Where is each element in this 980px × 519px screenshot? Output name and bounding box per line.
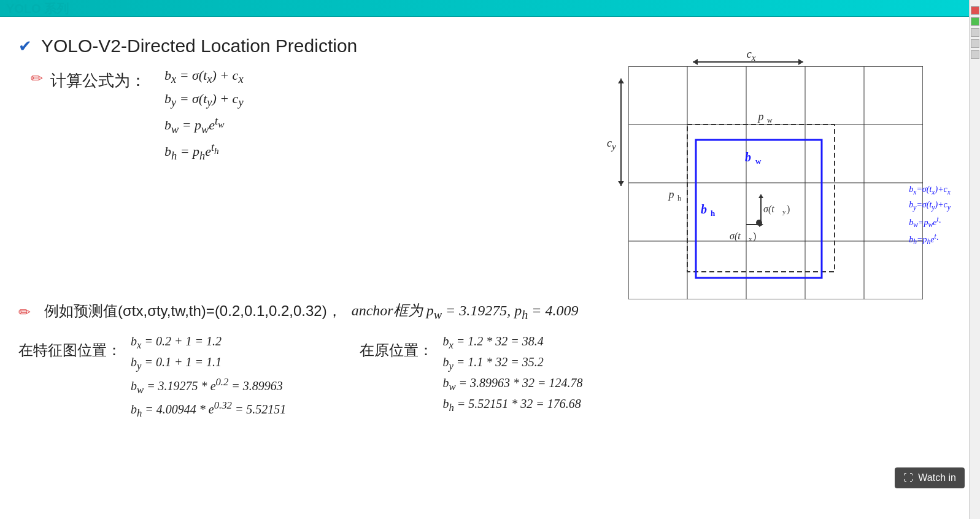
original-bh: bh = 5.52151 * 32 = 176.68 [442,397,582,414]
cy-arrow [620,79,622,186]
formula-bx: bx = σ(tx) + cx [164,67,244,86]
original-by: by = 1.1 * 32 = 35.2 [442,355,582,372]
feature-by: by = 0.1 + 1 = 1.1 [131,355,286,372]
formula-bh: bh = pheth [164,141,244,163]
svg-text:σ(t: σ(t [730,231,741,242]
cy-label: cy [607,137,616,152]
sidebar-btn-3[interactable] [971,28,979,37]
right-sidebar [969,0,980,519]
calc-feature-block: 在特征图位置： bx = 0.2 + 1 = 1.2 by = 0.1 + 1 … [18,334,286,420]
anchor-formula: anchor框为 pw = 3.19275, ph = 4.009 [348,301,579,322]
main-content: ✔ YOLO-V2-Directed Location Prediction ✏… [0,17,969,519]
feature-formulas: bx = 0.2 + 1 = 1.2 by = 0.1 + 1 = 1.1 bw… [131,334,286,420]
cx-arrow [693,61,803,63]
annot-by: by=σ(ty)+cy [909,198,951,213]
formula-label: 计算公式为： [50,70,146,91]
sidebar-btn-1[interactable] [971,6,979,15]
original-formulas: bx = 1.2 * 32 = 38.4 by = 1.1 * 32 = 35.… [442,334,582,414]
formula-block: bx = σ(tx) + cx by = σ(ty) + cy bw = pwe… [164,67,244,162]
annot-bh: bh=phet· [909,231,951,248]
watch-in-label: Watch in [918,472,956,483]
annot-bx: bx=σ(tx)+cx [909,183,951,198]
svg-text:b: b [701,202,707,216]
original-bx: bx = 1.2 * 32 = 38.4 [442,334,582,352]
example-text: 例如预测值(σtx,σty,tw,th)=(0.2,0.1,0.2,0.32)， [44,301,342,321]
pencil-icon-1: ✏ [31,70,43,87]
cx-label: cx [702,48,800,63]
heading-text: YOLO-V2-Directed Location Prediction [41,36,357,56]
feature-bh: bh = 4.00944 * e0.32 = 5.52151 [131,399,286,420]
formula-by: by = σ(ty) + cy [164,91,244,109]
pencil-icon-2: ✏ [18,304,31,321]
svg-text:h: h [677,194,681,202]
original-bw: bw = 3.89963 * 32 = 124.78 [442,376,582,393]
svg-text:p: p [668,188,674,201]
svg-text:b: b [745,150,751,164]
sidebar-btn-4[interactable] [971,39,979,48]
title-area: YOLO 系列 [0,0,75,17]
example-line: ✏ 例如预测值(σtx,σty,tw,th)=(0.2,0.1,0.2,0.32… [18,301,951,322]
svg-text:p: p [757,110,764,123]
diagram-area: cx cy p w [607,42,951,318]
svg-text:σ(t: σ(t [763,204,774,215]
diagram-annotations: bx=σ(tx)+cx by=σ(ty)+cy bw=pwet· bh=phet… [909,183,951,248]
svg-text:y: y [782,208,786,215]
feature-bx: bx = 0.2 + 1 = 1.2 [131,334,286,352]
page-title: YOLO 系列 [6,1,69,17]
feature-label: 在特征图位置： [18,340,122,360]
svg-marker-28 [758,194,763,198]
feature-bw: bw = 3.19275 * e0.2 = 3.89963 [131,376,286,396]
svg-text:): ) [787,204,790,215]
top-bar: YOLO 系列 [0,0,980,17]
svg-text:h: h [711,209,716,218]
svg-text:): ) [753,231,756,242]
sidebar-btn-5[interactable] [971,50,979,59]
svg-text:w: w [767,116,773,125]
svg-text:x: x [749,235,752,242]
grid-diagram: p w p h b w b h σ(t x ) σ(t y ) [628,66,923,299]
watch-in-button[interactable]: ⛶ Watch in [895,467,965,488]
formula-bw: bw = pwetw [164,115,244,136]
annot-bw: bw=pwet· [909,214,951,231]
svg-text:w: w [755,156,762,166]
calc-section: 在特征图位置： bx = 0.2 + 1 = 1.2 by = 0.1 + 1 … [18,334,951,420]
sidebar-btn-2[interactable] [971,17,979,26]
watch-icon: ⛶ [903,472,913,483]
lower-section: ✏ 例如预测值(σtx,σty,tw,th)=(0.2,0.1,0.2,0.32… [0,301,969,420]
calc-original-block: 在原位置： bx = 1.2 * 32 = 38.4 by = 1.1 * 32… [360,334,582,420]
check-icon: ✔ [18,37,32,56]
original-label: 在原位置： [360,340,433,360]
